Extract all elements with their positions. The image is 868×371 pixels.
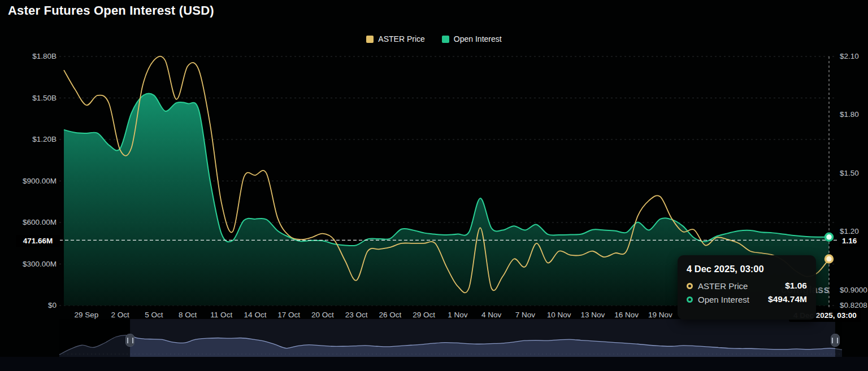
open-interest-marker-dot — [826, 233, 833, 241]
legend-item-open-interest[interactable]: Open Interest — [442, 34, 502, 43]
open-interest-chart-panel: Aster Futures Open Interest (USD) ASTER … — [0, 0, 868, 371]
tooltip-price-value: $1.06 — [785, 281, 807, 291]
right-axis-tick-label: $2.10 — [840, 51, 859, 62]
current-price-badge: 1.16 — [839, 235, 860, 247]
bottom-strip — [0, 357, 868, 371]
range-navigator[interactable] — [59, 319, 842, 357]
legend-label-open-interest: Open Interest — [454, 34, 502, 43]
page-title: Aster Futures Open Interest (USD) — [8, 3, 214, 18]
legend-item-aster-price[interactable]: ASTER Price — [366, 34, 424, 43]
drag-grip-icon — [832, 338, 838, 343]
drag-grip-icon — [127, 338, 133, 343]
left-axis-tick-label: $1.80B — [0, 51, 57, 62]
navigator-right-handle[interactable] — [831, 334, 840, 347]
tooltip: 4 Dec 2025, 03:00 ASTER Price $1.06 Open… — [678, 255, 816, 320]
price-bullet-icon — [687, 283, 693, 289]
tooltip-date: 4 Dec 2025, 03:00 — [687, 264, 807, 274]
right-axis-tick-label: $1.50 — [840, 168, 859, 178]
tooltip-price-label: ASTER Price — [698, 281, 748, 291]
tooltip-oi-label: Open Interest — [698, 295, 749, 304]
current-oi-badge: 471.66M — [16, 235, 60, 247]
oi-bullet-icon — [687, 296, 693, 303]
open-interest-swatch-icon — [442, 36, 449, 43]
legend-label-aster-price: ASTER Price — [378, 34, 424, 43]
right-axis-tick-label: $1.80 — [840, 110, 859, 120]
tooltip-row-price: ASTER Price $1.06 — [687, 281, 807, 291]
left-axis-tick-label: $900.00M — [0, 176, 57, 186]
tooltip-oi-value: $494.74M — [768, 294, 807, 304]
left-axis-tick-label: $1.20B — [0, 134, 57, 145]
legend: ASTER Price Open Interest — [0, 34, 868, 43]
left-axis-tick-label: $0 — [0, 300, 57, 311]
left-axis-tick-label: $1.50B — [0, 93, 57, 103]
left-axis-tick-label: $600.00M — [0, 217, 57, 228]
navigator-chart-svg[interactable] — [59, 319, 842, 357]
tooltip-row-oi: Open Interest $494.74M — [687, 294, 807, 304]
aster-price-swatch-icon — [366, 36, 374, 43]
left-axis-tick-label: $300.00M — [0, 259, 57, 269]
price-marker-dot — [826, 255, 833, 263]
navigator-left-handle[interactable] — [125, 334, 134, 347]
right-axis-tick-label: $0.9000 — [840, 285, 867, 295]
